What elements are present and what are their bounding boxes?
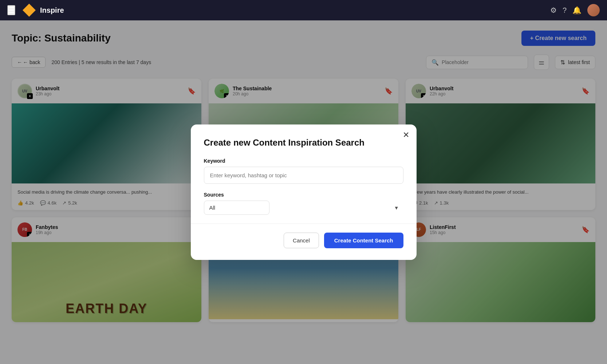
sources-label: Sources xyxy=(204,192,403,198)
sources-select-wrapper: All Twitter Instagram Facebook TikTok ▼ xyxy=(204,201,403,215)
keyword-label: Keyword xyxy=(204,158,403,164)
chevron-down-icon: ▼ xyxy=(394,205,399,211)
cancel-button[interactable]: Cancel xyxy=(284,233,319,248)
modal: ✕ Create new Content Inspiration Search … xyxy=(191,124,417,260)
modal-actions: Cancel Create Content Search xyxy=(204,233,403,248)
topnav: ☰ Inspire ⚙ ? 🔔 xyxy=(0,0,607,20)
app-logo xyxy=(23,4,36,17)
modal-divider xyxy=(191,223,417,224)
topnav-icons: ⚙ ? 🔔 xyxy=(550,4,600,16)
app-brand: Inspire xyxy=(40,6,64,15)
close-icon: ✕ xyxy=(403,130,409,139)
settings-icon[interactable]: ⚙ xyxy=(550,6,557,15)
notifications-icon[interactable]: 🔔 xyxy=(572,6,582,15)
page-content: Topic: Sustainability + Create new searc… xyxy=(0,20,607,364)
keyword-input[interactable] xyxy=(204,167,403,184)
modal-keyword-field: Keyword xyxy=(204,158,403,184)
create-content-search-button[interactable]: Create Content Search xyxy=(324,233,403,248)
modal-close-button[interactable]: ✕ xyxy=(403,131,409,139)
avatar[interactable] xyxy=(587,4,600,16)
modal-sources-field: Sources All Twitter Instagram Facebook T… xyxy=(204,192,403,215)
help-icon[interactable]: ? xyxy=(563,6,567,15)
modal-title: Create new Content Inspiration Search xyxy=(204,138,403,148)
menu-icon[interactable]: ☰ xyxy=(7,5,15,15)
sources-select[interactable]: All Twitter Instagram Facebook TikTok xyxy=(204,201,269,215)
modal-overlay: ✕ Create new Content Inspiration Search … xyxy=(0,20,607,364)
